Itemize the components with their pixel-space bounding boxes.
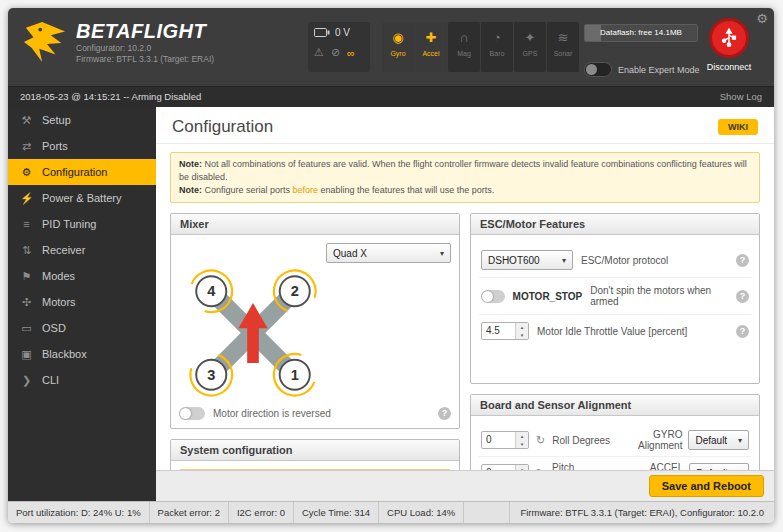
help-icon[interactable]: ? (736, 325, 749, 338)
configurator-version: Configurator: 10.2.0 (76, 43, 214, 54)
motor-idle-input[interactable]: 4.5 ▴ ▾ (481, 322, 529, 340)
ports-link[interactable]: before (293, 185, 319, 195)
motor-idle-label: Motor Idle Throttle Value [percent] (537, 326, 687, 337)
motor-direction-toggle[interactable] (179, 407, 205, 420)
sensor-sonar: ≋ Sonar (547, 22, 579, 72)
cpu-load: CPU Load: 14% (379, 502, 464, 523)
screen-icon: ▭ (20, 322, 33, 335)
help-icon[interactable]: ? (736, 254, 749, 267)
roll-degrees-input[interactable]: 0 ▴▾ (481, 431, 529, 449)
disconnect-button[interactable]: Disconnect (698, 18, 760, 72)
sidebar-item-configuration[interactable]: ⚙ Configuration (8, 159, 156, 185)
usb-link-icon: ∞ (347, 47, 355, 59)
sidebar-item-modes[interactable]: ⚑ Modes (8, 263, 156, 289)
sensor-gyro: ◉ Gyro (382, 22, 414, 72)
stepper-up-icon[interactable]: ▴ (516, 432, 528, 440)
roll-icon: ↻ (535, 434, 546, 447)
sidebar-item-pid-tuning[interactable]: ≡ PID Tuning (8, 211, 156, 237)
port-utilization: Port utilization: D: 24% U: 1% (8, 502, 150, 523)
statusbar-firmware: Firmware: BTFL 3.3.1 (Target: ERAI), Con… (509, 502, 774, 523)
stepper-down-icon[interactable]: ▾ (516, 440, 528, 448)
settings-gear-icon[interactable]: ⚙ (756, 11, 768, 26)
app-header: BETAFLIGHT Configurator: 10.2.0 Firmware… (8, 8, 774, 86)
page-title: Configuration (172, 117, 758, 137)
motor-2-label: 2 (291, 283, 299, 299)
sidebar-item-ports[interactable]: ⇄ Ports (8, 133, 156, 159)
motor-4-label: 4 (207, 283, 216, 299)
motor-stop-toggle[interactable] (481, 290, 505, 303)
usb-icon (721, 28, 737, 48)
content-area: Configuration WIKI Note: Not all combina… (156, 107, 774, 501)
disconnect-label: Disconnect (698, 62, 760, 72)
sensor-mag: ∩ Mag (448, 22, 480, 72)
expert-mode-toggle[interactable] (584, 62, 612, 77)
status-bar: Port utilization: D: 24% U: 1% Packet er… (8, 501, 774, 523)
packet-error: Packet error: 2 (150, 502, 229, 523)
sidebar-item-blackbox[interactable]: ▣ Blackbox (8, 341, 156, 367)
board-sensor-alignment-panel: Board and Sensor Alignment 0 ▴▾ ↻ Roll D… (470, 394, 760, 471)
wrench-icon: ⚒ (20, 114, 33, 127)
show-log-link[interactable]: Show Log (720, 87, 762, 107)
sonar-icon: ≋ (558, 31, 569, 45)
esc-protocol-label: ESC/Motor protocol (581, 255, 668, 266)
motor-direction-label: Motor direction is reversed (213, 408, 331, 419)
app-title: BETAFLIGHT (76, 20, 214, 43)
warning-icon: ⚠ (314, 46, 324, 59)
wiki-button[interactable]: WIKI (718, 119, 758, 135)
betaflight-logo: BETAFLIGHT Configurator: 10.2.0 Firmware… (22, 20, 214, 65)
mag-icon: ∩ (459, 31, 468, 45)
sensor-status-strip: ◉ Gyro ✚ Accel ∩ Mag ◔ Baro ✦ GPS ≋ Sona… (382, 22, 579, 72)
sensor-accel: ✚ Accel (415, 22, 447, 72)
sidebar-item-setup[interactable]: ⚒ Setup (8, 107, 156, 133)
sidebar-item-cli[interactable]: ❯ CLI (8, 367, 156, 393)
flag-icon: ⚑ (20, 270, 33, 283)
stepper-down-icon[interactable]: ▾ (516, 331, 528, 339)
cycle-time: Cycle Time: 314 (294, 502, 379, 523)
sidebar: ⚒ Setup ⇄ Ports ⚙ Configuration ⚡ Power … (8, 107, 156, 501)
sidebar-item-receiver[interactable]: ⇅ Receiver (8, 237, 156, 263)
feature-note: Note: Not all combinations of features a… (170, 152, 760, 203)
link-broken-icon: ⊘ (331, 46, 340, 59)
mixer-panel-title: Mixer (171, 214, 459, 235)
accel-icon: ✚ (426, 31, 437, 45)
sidebar-item-osd[interactable]: ▭ OSD (8, 315, 156, 341)
sensor-baro: ◔ Baro (481, 22, 513, 72)
save-reboot-button[interactable]: Save and Reboot (649, 475, 764, 497)
gps-icon: ✦ (525, 31, 536, 45)
chevron-down-icon: ▾ (738, 436, 742, 445)
quad-x-diagram: 4 2 3 1 (187, 267, 451, 403)
motor-stop-desc: Don't spin the motors when armed (590, 285, 728, 307)
board-sensor-alignment-title: Board and Sensor Alignment (471, 395, 759, 416)
mixer-select[interactable]: Quad X ▾ (326, 243, 451, 263)
baro-icon: ◔ (493, 31, 501, 45)
help-icon[interactable]: ? (438, 407, 451, 420)
chevron-down-icon: ▾ (562, 256, 566, 265)
arming-status-text: 2018-05-23 @ 14:15:21 -- Arming Disabled (20, 91, 201, 102)
dataflash-label: Dataflash: free 14.1MB (585, 25, 697, 41)
receiver-icon: ⇅ (20, 244, 33, 257)
motor-3-label: 3 (207, 367, 215, 383)
i2c-error: I2C error: 0 (229, 502, 294, 523)
esc-protocol-select[interactable]: DSHOT600 ▾ (481, 250, 573, 270)
content-toolbar: Save and Reboot (156, 470, 774, 501)
terminal-icon: ❯ (20, 374, 33, 387)
stepper-up-icon[interactable]: ▴ (516, 323, 528, 331)
sidebar-item-power-battery[interactable]: ⚡ Power & Battery (8, 185, 156, 211)
expert-mode-label: Enable Expert Mode (618, 65, 700, 75)
status-message-bar: 2018-05-23 @ 14:15:21 -- Arming Disabled… (8, 86, 774, 107)
chevron-down-icon: ▾ (440, 249, 444, 258)
blackbox-icon: ▣ (20, 348, 33, 361)
battery-voltage: 0 V (335, 27, 350, 38)
dataflash-indicator: Dataflash: free 14.1MB (584, 24, 698, 42)
help-icon[interactable]: ? (736, 290, 749, 303)
battery-bolt-icon: ⚡ (20, 192, 33, 205)
esc-motor-features-panel: ESC/Motor Features DSHOT600 ▾ ESC/Motor … (470, 213, 760, 384)
gyro-icon: ◉ (392, 31, 403, 45)
system-configuration-title: System configuration (171, 440, 459, 461)
sidebar-item-motors[interactable]: ✣ Motors (8, 289, 156, 315)
gyro-alignment-label: GYRO Alignment (617, 429, 683, 451)
gyro-alignment-select[interactable]: Default ▾ (688, 430, 749, 450)
mixer-panel: Mixer Quad X ▾ (170, 213, 460, 429)
motor-1-label: 1 (291, 367, 299, 383)
battery-status-block: 0 V ⚠ ⊘ ∞ (308, 22, 370, 72)
